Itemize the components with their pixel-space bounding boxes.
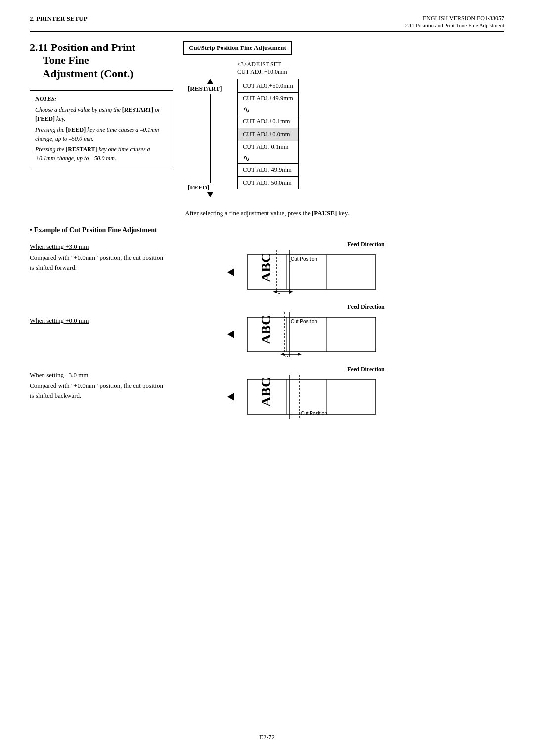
after-text: After selecting a fine adjustment value,…: [30, 209, 504, 217]
values-list: CUT ADJ.+50.0mm CUT ADJ.+49.9mm ∿ CUT AD…: [237, 79, 299, 189]
notes-line3: Pressing the [RESTART] key one time caus…: [35, 145, 168, 163]
section-title: 2.11 Position and Print Tone Fine Adjust…: [30, 41, 173, 80]
label-svg-minus3: ABC Cut Position: [242, 375, 381, 419]
header-right: ENGLISH VERSION EO1-33057 2.11 Position …: [405, 15, 504, 28]
case-zero-feed-row: ABC 3mm Cut Position: [227, 312, 504, 357]
value-row-7: CUT ADJ.-50.0mm: [238, 176, 298, 189]
notes-title: NOTES:: [35, 94, 168, 103]
feed-arrow-zero: [227, 331, 234, 338]
restart-label: [RESTART]: [188, 85, 222, 93]
header-left: 2. PRINTER SETUP: [30, 15, 88, 23]
case-plus3-feed-label: Feed Direction: [227, 241, 504, 248]
diagram-title: Cut/Strip Position Fine Adjustment: [183, 41, 292, 55]
case-minus3-feed-label: Feed Direction: [227, 366, 504, 373]
case-zero-title: When setting +0.0 mm: [30, 317, 208, 325]
notes-box: NOTES: Choose a desired value by using t…: [30, 90, 173, 169]
case-zero-feed-label: Feed Direction: [227, 303, 504, 311]
value-row-3: CUT ADJ.+0.1mm: [238, 115, 298, 128]
all-cases-text: When setting +3.0 mm Compared with "+0.0…: [30, 241, 208, 400]
svg-text:ABC: ABC: [258, 253, 273, 282]
case-minus3-visual: Feed Direction ABC: [227, 366, 504, 419]
case-minus3-desc: Compared with "+0.0mm" position, the cut…: [30, 382, 163, 399]
page: 2. PRINTER SETUP ENGLISH VERSION EO1-330…: [0, 0, 534, 756]
value-row-6: CUT ADJ.-49.9mm: [238, 163, 298, 176]
section-number: 2.11: [30, 41, 48, 53]
feed-label: [FEED]: [188, 184, 209, 191]
svg-text:ABC: ABC: [258, 378, 273, 407]
case-plus3-text: When setting +3.0 mm Compared with "+0.0…: [30, 243, 208, 272]
diagram-container: [RESTART] [FEED] CUT ADJ.+50.0mm CUT ADJ…: [183, 79, 504, 197]
notes-line2: Pressing the [FEED] key one time causes …: [35, 125, 168, 143]
case-zero-visual: Feed Direction ABC: [227, 303, 504, 357]
value-row-5: CUT ADJ.-0.1mm: [238, 141, 298, 153]
case-minus3-text: When setting –3.0 mm Compared with "+0.0…: [30, 371, 208, 400]
page-header: 2. PRINTER SETUP ENGLISH VERSION EO1-330…: [30, 15, 504, 32]
case-minus3-feed-row: ABC Cut Position: [227, 375, 504, 419]
svg-text:Cut Position: Cut Position: [291, 256, 317, 262]
case-plus3-feed-row: ABC 3mm Cut Position: [227, 250, 504, 294]
arrow-down-tip: [207, 192, 213, 197]
svg-text:3mm: 3mm: [285, 355, 296, 357]
case-plus3-desc: Compared with "+0.0mm" position, the cut…: [30, 254, 163, 271]
value-row-1: CUT ADJ.+50.0mm: [238, 79, 298, 92]
footer-page-num: E2-72: [259, 733, 275, 741]
example-block: When setting +3.0 mm Compared with "+0.0…: [30, 241, 504, 422]
case-minus3-title: When setting –3.0 mm: [30, 371, 208, 379]
svg-text:ABC: ABC: [258, 315, 273, 344]
arrow-up-tip: [207, 79, 213, 84]
case-plus3-visual: Feed Direction ABC: [227, 241, 504, 294]
squiggle-2: ∿: [238, 153, 298, 163]
squiggle-1: ∿: [238, 105, 298, 115]
header-section: 2.11 Position and Print Tone Fine Adjust…: [405, 22, 504, 28]
svg-marker-19: [280, 353, 284, 356]
svg-text:Cut Position: Cut Position: [291, 319, 317, 324]
svg-marker-7: [273, 290, 277, 293]
label-svg-plus3: ABC 3mm Cut Position: [242, 250, 381, 294]
svg-marker-20: [298, 353, 302, 356]
section-title-line1: Position and Print: [51, 41, 135, 53]
section-title-line3: Adjustment (Cont.): [43, 67, 133, 80]
value-row-2: CUT ADJ.+49.9mm: [238, 92, 298, 105]
feed-arrow-minus3: [227, 393, 234, 401]
example-title: • Example of Cut Position Fine Adjustmen…: [30, 226, 504, 234]
label-svg-zero: ABC 3mm Cut Position: [242, 312, 381, 357]
arrow-shaft-lower: [210, 138, 211, 183]
arrow-column: [RESTART] [FEED]: [183, 79, 237, 197]
example-section: • Example of Cut Position Fine Adjustmen…: [30, 226, 504, 422]
feed-arrow-plus3: [227, 268, 234, 276]
main-content: 2.11 Position and Print Tone Fine Adjust…: [30, 41, 504, 197]
svg-text:3mm: 3mm: [278, 293, 289, 294]
top-note: <3>ADJUST SETCUT ADJ. +10.0mm: [237, 61, 504, 76]
right-column: Cut/Strip Position Fine Adjustment <3>AD…: [183, 41, 504, 197]
case-plus3-title: When setting +3.0 mm: [30, 243, 208, 251]
notes-line1: Choose a desired value by using the [RES…: [35, 105, 168, 123]
value-row-4: CUT ADJ.+0.0mm: [238, 128, 298, 141]
case-zero-text: When setting +0.0 mm: [30, 317, 208, 327]
svg-marker-8: [289, 290, 293, 293]
page-footer: E2-72: [0, 733, 534, 741]
left-column: 2.11 Position and Print Tone Fine Adjust…: [30, 41, 173, 197]
all-cases-visual: Feed Direction ABC: [227, 241, 504, 422]
arrow-shaft-upper: [210, 94, 211, 138]
svg-text:Cut Position: Cut Position: [301, 411, 327, 416]
header-version: ENGLISH VERSION EO1-33057: [405, 15, 504, 22]
section-title-line2: Tone Fine: [43, 54, 89, 66]
